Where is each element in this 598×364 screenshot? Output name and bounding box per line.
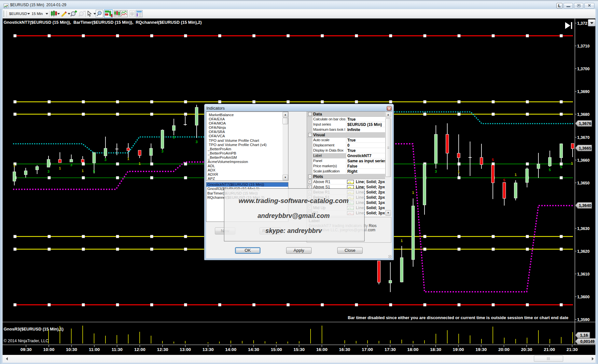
svg-text:21:00: 21:00 — [544, 347, 555, 352]
svg-text:1,3630: 1,3630 — [577, 226, 590, 231]
svg-text:3: 3 — [161, 149, 163, 153]
svg-text:1: 1 — [401, 239, 403, 243]
svg-text:1: 1 — [13, 164, 16, 168]
svg-text:3: 3 — [48, 169, 49, 173]
svg-text:1,3650: 1,3650 — [577, 181, 590, 185]
svg-text:13:00: 13:00 — [180, 347, 191, 352]
svg-text:14:30: 14:30 — [248, 347, 259, 352]
svg-text:1: 1 — [127, 157, 130, 161]
svg-text:5: 5 — [492, 158, 494, 162]
svg-text:1,3590: 1,3590 — [577, 317, 590, 322]
svg-text:3: 3 — [435, 169, 437, 173]
svg-text:19:30: 19:30 — [476, 347, 487, 352]
svg-text:1: 1 — [412, 191, 414, 195]
svg-text:1,3680: 1,3680 — [577, 112, 590, 117]
svg-text:13:30: 13:30 — [202, 347, 214, 352]
svg-text:1,3660: 1,3660 — [577, 158, 590, 163]
svg-text:5: 5 — [93, 169, 95, 173]
svg-text:3: 3 — [196, 140, 198, 144]
svg-text:1,3710: 1,3710 — [577, 44, 590, 48]
svg-text:1,3665: 1,3665 — [579, 146, 591, 151]
svg-text:5: 5 — [560, 165, 563, 169]
svg-text:1: 1 — [139, 162, 141, 166]
svg-text:19:00: 19:00 — [453, 347, 464, 352]
svg-text:1,3676: 1,3676 — [579, 121, 591, 126]
svg-text:1,372: 1,372 — [577, 21, 587, 26]
svg-text:1: 1 — [458, 170, 460, 174]
svg-text:17:30: 17:30 — [384, 347, 396, 352]
svg-text:3: 3 — [173, 135, 175, 139]
svg-text:1,3690: 1,3690 — [577, 89, 590, 94]
svg-text:16:00: 16:00 — [316, 347, 327, 352]
svg-text:0,00149: 0,00149 — [580, 339, 595, 344]
svg-text:20:30: 20:30 — [521, 347, 533, 352]
svg-text:15:30: 15:30 — [294, 347, 305, 352]
svg-text:14:00: 14:00 — [225, 347, 237, 352]
svg-text:5: 5 — [503, 178, 506, 182]
svg-text:15:00: 15:00 — [271, 347, 282, 352]
svg-text:18:00: 18:00 — [407, 347, 419, 352]
svg-text:12:00: 12:00 — [134, 347, 146, 352]
svg-text:12:30: 12:30 — [157, 347, 168, 352]
svg-text:5: 5 — [549, 168, 551, 172]
svg-text:1,3620: 1,3620 — [577, 249, 590, 254]
svg-text:18:30: 18:30 — [430, 347, 441, 352]
svg-text:09:30: 09:30 — [21, 347, 32, 352]
svg-text:3: 3 — [70, 163, 72, 167]
svg-text:3: 3 — [104, 158, 106, 162]
svg-text:1,3600: 1,3600 — [577, 295, 590, 299]
svg-text:11:00: 11:00 — [89, 347, 100, 352]
svg-text:1: 1 — [59, 166, 61, 170]
svg-text:21:30: 21:30 — [566, 347, 578, 352]
svg-text:10:00: 10:00 — [43, 347, 55, 352]
svg-text:1,3700: 1,3700 — [577, 67, 590, 71]
svg-text:17:00: 17:00 — [362, 347, 373, 352]
svg-text:10:30: 10:30 — [66, 347, 77, 352]
svg-text:1,3640: 1,3640 — [579, 203, 591, 208]
svg-text:1,3670: 1,3670 — [577, 135, 590, 140]
svg-text:11:30: 11:30 — [112, 347, 123, 352]
svg-text:1,3610: 1,3610 — [577, 272, 590, 276]
svg-text:1: 1 — [82, 169, 84, 173]
svg-text:1: 1 — [571, 161, 573, 165]
svg-text:16:30: 16:30 — [339, 347, 350, 352]
svg-text:20:00: 20:00 — [498, 347, 510, 352]
svg-text:1: 1 — [515, 173, 517, 177]
svg-text:1,16: 1,16 — [580, 333, 588, 338]
